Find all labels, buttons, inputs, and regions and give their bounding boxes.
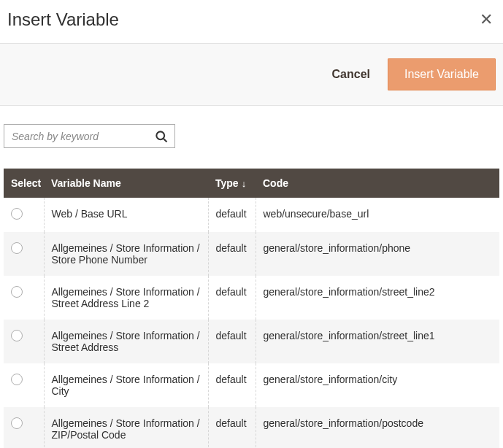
column-header-code[interactable]: Code (256, 169, 499, 198)
row-radio[interactable] (11, 286, 23, 298)
cell-code: general/store_information/phone (256, 232, 499, 276)
insert-variable-button[interactable]: Insert Variable (388, 58, 496, 90)
variables-table: Select Variable Name Type↓ Code Web / Ba… (4, 169, 499, 448)
search-input[interactable] (12, 131, 154, 142)
cell-select (4, 320, 44, 363)
cell-code: general/store_information/postcode (256, 407, 499, 448)
modal-title: Insert Variable (7, 9, 119, 30)
close-icon[interactable]: ✕ (477, 7, 496, 32)
row-radio[interactable] (11, 374, 23, 385)
cell-code: general/store_information/street_line1 (256, 320, 499, 363)
cell-variable-name: Allgemeines / Store Information / Street… (44, 276, 208, 320)
table-row[interactable]: Allgemeines / Store Information / Street… (4, 320, 499, 363)
cell-select (4, 363, 44, 407)
search-icon[interactable] (154, 129, 169, 144)
cell-variable-name: Allgemeines / Store Information / ZIP/Po… (44, 407, 208, 448)
row-radio[interactable] (11, 242, 23, 254)
row-radio[interactable] (11, 417, 23, 429)
cell-select (4, 276, 44, 320)
cell-variable-name: Allgemeines / Store Information / Store … (44, 232, 208, 276)
column-header-type-label: Type (215, 177, 239, 189)
svg-line-1 (164, 138, 167, 142)
row-radio[interactable] (11, 330, 23, 341)
sort-descending-icon: ↓ (242, 178, 247, 189)
cell-variable-name: Allgemeines / Store Information / Street… (44, 320, 208, 363)
row-radio[interactable] (11, 208, 23, 220)
cell-type: default (208, 276, 256, 320)
table-row[interactable]: Allgemeines / Store Information / Cityde… (4, 363, 499, 407)
cell-code: web/unsecure/base_url (256, 198, 499, 232)
search-box[interactable] (4, 124, 175, 148)
cell-select (4, 407, 44, 448)
cell-code: general/store_information/street_line2 (256, 276, 499, 320)
cell-type: default (208, 232, 256, 276)
cell-select (4, 198, 44, 232)
cell-variable-name: Web / Base URL (44, 198, 208, 232)
cancel-button[interactable]: Cancel (329, 61, 373, 88)
cell-type: default (208, 320, 256, 363)
table-row[interactable]: Allgemeines / Store Information / ZIP/Po… (4, 407, 499, 448)
action-bar: Cancel Insert Variable (0, 43, 503, 106)
cell-select (4, 232, 44, 276)
column-header-type[interactable]: Type↓ (208, 169, 256, 198)
cell-type: default (208, 407, 256, 448)
cell-type: default (208, 363, 256, 407)
cell-code: general/store_information/city (256, 363, 499, 407)
table-row[interactable]: Web / Base URLdefaultweb/unsecure/base_u… (4, 198, 499, 232)
column-header-select[interactable]: Select (4, 169, 44, 198)
svg-point-0 (156, 131, 164, 139)
table-row[interactable]: Allgemeines / Store Information / Store … (4, 232, 499, 276)
cell-variable-name: Allgemeines / Store Information / City (44, 363, 208, 407)
table-row[interactable]: Allgemeines / Store Information / Street… (4, 276, 499, 320)
cell-type: default (208, 198, 256, 232)
column-header-name[interactable]: Variable Name (44, 169, 208, 198)
